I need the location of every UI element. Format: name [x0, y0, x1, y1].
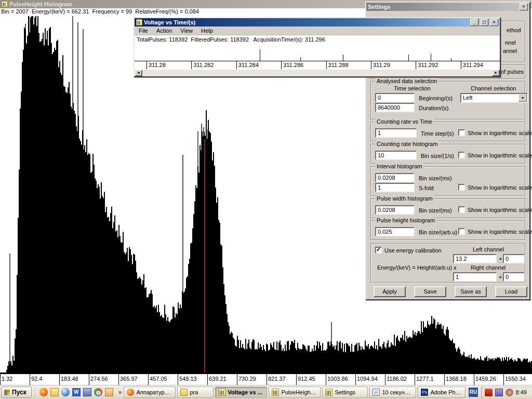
taskbar-button-1[interactable]: Аппаратура ...	[124, 387, 176, 398]
channel-select-value: Left	[463, 95, 472, 101]
x-axis-label: 1003.86	[326, 374, 355, 385]
system-tray: 8:49	[481, 387, 532, 398]
left-channel-offset-input[interactable]: 0	[503, 254, 525, 263]
pulse-width-bin-label: Bin size/(ms)	[419, 207, 452, 214]
plus-sign: +	[499, 274, 502, 280]
horizontal-scrollbar[interactable]: ◄ ►	[135, 69, 500, 76]
taskbar-button-2[interactable]: pra	[177, 387, 214, 398]
antivirus-icon[interactable]	[485, 389, 493, 396]
taskbar-button-6[interactable]: 10 секунд.d...	[369, 387, 416, 398]
channel-select[interactable]: Left ▼	[460, 93, 528, 103]
beginning-input[interactable]: 0	[375, 93, 415, 102]
time-axis-label: 311.284	[236, 61, 281, 69]
group-pulse-height-histogram: Pulse height histogram 0.025 Bin size/(a…	[370, 220, 525, 240]
duration-input[interactable]: 8640000	[375, 103, 415, 112]
maximize-icon[interactable]: □	[480, 19, 488, 26]
apply-button[interactable]: Apply	[374, 286, 406, 297]
menu-action[interactable]: Action	[152, 28, 177, 34]
media-icon[interactable]	[83, 388, 91, 396]
use-energy-calibration-checkbox[interactable]	[375, 247, 382, 254]
bin-size-rate-input[interactable]: 10	[375, 151, 417, 160]
x-axis-label: 365.97	[118, 374, 148, 385]
main-window-title: PulseHeight Histogram	[9, 1, 72, 7]
taskbar-button-label: Adobe Photo...	[430, 389, 462, 395]
voltage-pulse	[343, 55, 343, 61]
log-scale-label: Show in logarithmic scale	[468, 229, 532, 235]
chevron-down-icon[interactable]: ▼	[518, 94, 527, 102]
chevron-right-icon[interactable]: »	[116, 389, 124, 396]
x-axis-label: 1277.1	[415, 374, 444, 385]
firefox-icon[interactable]	[39, 388, 48, 396]
voltage-pulse	[451, 58, 451, 61]
time-axis-label: 311.28	[147, 61, 191, 69]
interval-bin-input[interactable]: 0.0208	[375, 173, 415, 182]
menu-help[interactable]: Help	[197, 28, 217, 34]
globe-icon[interactable]	[61, 388, 70, 396]
load-button[interactable]: Load	[495, 286, 527, 297]
badge-icon[interactable]	[506, 389, 513, 396]
pulse-width-bin-input[interactable]: 0.0208	[375, 205, 415, 215]
log-scale-checkbox[interactable]	[458, 152, 465, 158]
word-icon[interactable]	[72, 388, 81, 396]
voltage-pulse	[431, 54, 431, 61]
x-axis-label: 1368.18	[444, 374, 474, 385]
settings-partial-label: annel	[503, 48, 517, 54]
log-scale-label: Show in logarithmic scale	[468, 207, 532, 213]
taskbar-button-7[interactable]: Adobe Photo...	[418, 387, 466, 398]
minimize-icon[interactable]: _	[470, 19, 478, 26]
x-axis-label: 912.45	[296, 374, 326, 385]
windows-flag-icon	[4, 390, 10, 395]
settings-titlebar[interactable]: Settings ✕	[366, 3, 529, 11]
sfold-label: S-fold	[419, 185, 434, 191]
taskbar-button-5[interactable]: Settings	[322, 387, 368, 398]
folder-icon[interactable]	[50, 388, 59, 396]
group-legend: Pulse height histogram	[375, 217, 436, 223]
close-icon[interactable]: ✕	[520, 3, 528, 10]
right-channel-coef-input[interactable]: 1	[453, 272, 497, 282]
save-button[interactable]: Save	[414, 286, 446, 297]
right-channel-offset-input[interactable]: 0	[503, 272, 525, 282]
log-scale-checkbox[interactable]	[458, 129, 465, 136]
menu-file[interactable]: File	[135, 28, 152, 34]
sfold-input[interactable]: 1	[375, 183, 415, 192]
mail-icon[interactable]	[105, 388, 113, 396]
taskbar-button-3[interactable]: Voltage vs ...	[215, 387, 267, 398]
pulse-height-bin-label: Bin size/(arb.u)	[419, 229, 457, 235]
taskbar-button-4[interactable]: PulseHeight H...	[269, 387, 321, 398]
scroll-left-icon[interactable]: ◄	[135, 70, 142, 76]
beginning-label: Beginning/(s)	[419, 95, 453, 101]
pulse-height-bin-input[interactable]: 0.025	[375, 227, 415, 236]
interval-bin-label: Bin size/(ms)	[419, 175, 452, 181]
menu-view[interactable]: View	[176, 28, 197, 34]
time-axis-label: 311.282	[191, 61, 236, 69]
start-button[interactable]: Пуск	[1, 387, 32, 398]
language-indicator[interactable]: RU	[469, 388, 477, 397]
log-scale-checkbox[interactable]	[458, 184, 465, 191]
time-step-input[interactable]: 1	[375, 128, 417, 138]
pulse-stats-line: TotalPulses: 118392 FilteredPulses: 1183…	[135, 35, 500, 44]
chrome-icon[interactable]	[94, 388, 102, 396]
time-axis-label: 311.29	[371, 61, 416, 69]
left-channel-coef-input[interactable]: 13.2	[453, 254, 497, 263]
log-scale-checkbox[interactable]	[458, 228, 465, 235]
left-channel-label: Left channel	[473, 246, 504, 252]
x-axis-strip: 1.3292.4183.48274.56365.97457.05548.1363…	[0, 374, 532, 385]
document-icon	[373, 389, 380, 396]
close-icon[interactable]: ✕	[490, 19, 498, 26]
x-axis-label: 821.37	[267, 374, 296, 385]
quick-launch-bar	[35, 388, 116, 396]
settings-partial-label: nnel	[505, 39, 516, 46]
channel-selection-label: Channel selection	[471, 85, 516, 91]
right-channel-label: Right channel	[471, 264, 506, 271]
scroll-right-icon[interactable]: ►	[492, 70, 500, 76]
voltage-pulse-plot[interactable]	[135, 44, 500, 61]
voltage-vs-time-window[interactable]: Voltage vs Time/(s) _ □ ✕ FileActionView…	[134, 17, 501, 77]
voltage-titlebar[interactable]: Voltage vs Time/(s) _ □ ✕	[135, 18, 500, 26]
save-as-button[interactable]: Save as	[455, 286, 487, 297]
voltage-pulse	[408, 55, 409, 61]
display-icon[interactable]	[495, 389, 503, 396]
time-axis-label: 311.288	[326, 61, 371, 69]
taskbar-button-label: Voltage vs ...	[228, 389, 262, 395]
log-scale-checkbox[interactable]	[458, 206, 465, 213]
group-pulse-width-histogram: Pulse width histogram 0.0208 Bin size/(m…	[370, 198, 525, 218]
